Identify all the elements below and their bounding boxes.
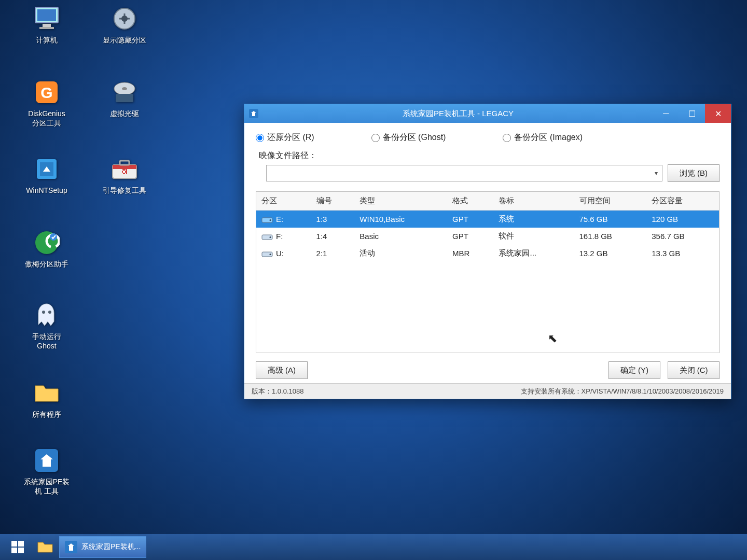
icon-boot-repair[interactable]: 引导修复工具 xyxy=(93,155,156,195)
icon-label: DiskGenius 分区工具 xyxy=(28,109,65,128)
radio-backup-imagex[interactable]: 备份分区 (Imagex) xyxy=(503,132,583,143)
svg-rect-29 xyxy=(11,541,17,547)
diskgenius-icon: G xyxy=(32,78,61,107)
col-header[interactable]: 格式 xyxy=(447,192,493,211)
col-header[interactable]: 分区 xyxy=(256,192,311,211)
maximize-button[interactable]: ☐ xyxy=(679,104,705,123)
advanced-button[interactable]: 高级 (A) xyxy=(256,361,308,379)
window-title: 系统家园PE装机工具 - LEGACY xyxy=(263,109,653,119)
taskbar: 系统家园PE装机... xyxy=(0,534,747,560)
icon-computer[interactable]: 计算机 xyxy=(16,4,78,45)
svg-point-5 xyxy=(121,16,128,22)
version-text: 版本：1.0.0.1088 xyxy=(252,387,303,396)
icon-label: 显示隐藏分区 xyxy=(103,35,146,45)
icon-aomei-partition[interactable]: 傲梅分区助手 xyxy=(16,228,78,269)
minimize-button[interactable]: ─ xyxy=(653,104,679,123)
svg-point-20 xyxy=(48,311,51,314)
ghost-icon xyxy=(32,301,61,330)
icon-show-hidden-partition[interactable]: 显示隐藏分区 xyxy=(93,4,156,45)
svg-rect-2 xyxy=(43,24,51,27)
col-header[interactable]: 分区容量 xyxy=(646,192,719,211)
support-text: 支持安装所有系统：XP/VISTA/WIN7/8/8.1/10/2003/200… xyxy=(521,387,724,396)
pe-installer-window: 系统家园PE装机工具 - LEGACY ─ ☐ ✕ 还原分区 (R) 备份分区 … xyxy=(244,104,731,399)
svg-text:G: G xyxy=(40,84,52,101)
ok-button[interactable]: 确定 (Y) xyxy=(608,361,660,379)
cd-icon xyxy=(110,78,139,107)
monitor-icon xyxy=(32,4,61,33)
icon-label: 计算机 xyxy=(36,35,58,45)
icon-pe-installer[interactable]: 系统家园PE装 机 工具 xyxy=(16,446,78,496)
partition-icon xyxy=(110,4,139,33)
winntsetup-icon xyxy=(32,155,61,184)
window-body: 还原分区 (R) 备份分区 (Ghost) 备份分区 (Imagex) 映像文件… xyxy=(244,123,731,383)
icon-label: 所有程序 xyxy=(32,410,61,419)
toolbox-icon xyxy=(110,155,139,184)
svg-point-24 xyxy=(270,219,271,221)
svg-rect-15 xyxy=(120,161,129,165)
radio-restore[interactable]: 还原分区 (R) xyxy=(256,132,314,143)
close-button[interactable]: ✕ xyxy=(705,104,731,123)
icon-label: 系统家园PE装 机 工具 xyxy=(24,477,70,496)
browse-button[interactable]: 浏览 (B) xyxy=(668,164,720,182)
table-row[interactable]: F:1:4BasicGPT软件161.8 GB356.7 GB xyxy=(256,228,719,245)
icon-all-programs[interactable]: 所有程序 xyxy=(16,379,78,419)
svg-rect-31 xyxy=(11,548,17,553)
svg-rect-32 xyxy=(18,548,24,553)
icon-label: 虚拟光驱 xyxy=(110,109,139,118)
icon-label: 手动运行 Ghost xyxy=(32,332,61,351)
taskbar-item-label: 系统家园PE装机... xyxy=(81,542,141,552)
file-explorer-button[interactable] xyxy=(34,536,56,558)
pe-installer-icon xyxy=(32,446,61,475)
table-row[interactable]: E:1:3WIN10,BasicGPT系统75.6 GB120 GB xyxy=(256,211,719,228)
svg-point-26 xyxy=(270,236,271,238)
folder-icon xyxy=(32,379,61,408)
icon-label: WinNTSetup xyxy=(26,186,67,195)
start-button[interactable] xyxy=(4,536,31,558)
svg-rect-1 xyxy=(37,9,56,21)
svg-point-28 xyxy=(270,254,271,255)
radio-backup-ghost[interactable]: 备份分区 (Ghost) xyxy=(371,132,446,143)
table-row[interactable]: U:2:1活动MBR系统家园...13.2 GB13.3 GB xyxy=(256,245,719,262)
icon-virtual-cd[interactable]: 虚拟光驱 xyxy=(93,78,156,118)
col-header[interactable]: 编号 xyxy=(311,192,355,211)
titlebar[interactable]: 系统家园PE装机工具 - LEGACY ─ ☐ ✕ xyxy=(244,104,731,123)
cancel-button[interactable]: 关闭 (C) xyxy=(668,361,720,379)
app-icon xyxy=(244,109,263,118)
image-path-combo[interactable]: ▾ xyxy=(266,165,662,181)
col-header[interactable]: 类型 xyxy=(354,192,447,211)
svg-point-9 xyxy=(122,87,127,90)
col-header[interactable]: 卷标 xyxy=(493,192,574,211)
chevron-down-icon: ▾ xyxy=(655,170,658,177)
icon-label: 傲梅分区助手 xyxy=(25,259,68,269)
aomei-icon xyxy=(32,228,61,257)
svg-rect-10 xyxy=(116,94,133,102)
image-path-label: 映像文件路径： xyxy=(259,150,317,161)
partition-table[interactable]: 分区编号类型格式卷标可用空间分区容量 E:1:3WIN10,BasicGPT系统… xyxy=(256,191,720,353)
mode-radios: 还原分区 (R) 备份分区 (Ghost) 备份分区 (Imagex) xyxy=(256,132,720,143)
svg-point-19 xyxy=(42,311,45,314)
icon-ghost[interactable]: 手动运行 Ghost xyxy=(16,301,78,351)
taskbar-item-pe-installer[interactable]: 系统家园PE装机... xyxy=(59,536,146,558)
icon-label: 引导修复工具 xyxy=(103,186,146,195)
svg-rect-3 xyxy=(39,27,54,29)
statusbar: 版本：1.0.0.1088 支持安装所有系统：XP/VISTA/WIN7/8/8… xyxy=(244,383,731,399)
svg-rect-30 xyxy=(18,541,24,547)
svg-point-18 xyxy=(50,233,57,241)
col-header[interactable]: 可用空间 xyxy=(574,192,647,211)
icon-diskgenius[interactable]: G DiskGenius 分区工具 xyxy=(16,78,78,128)
icon-winntsetup[interactable]: WinNTSetup xyxy=(16,155,78,195)
